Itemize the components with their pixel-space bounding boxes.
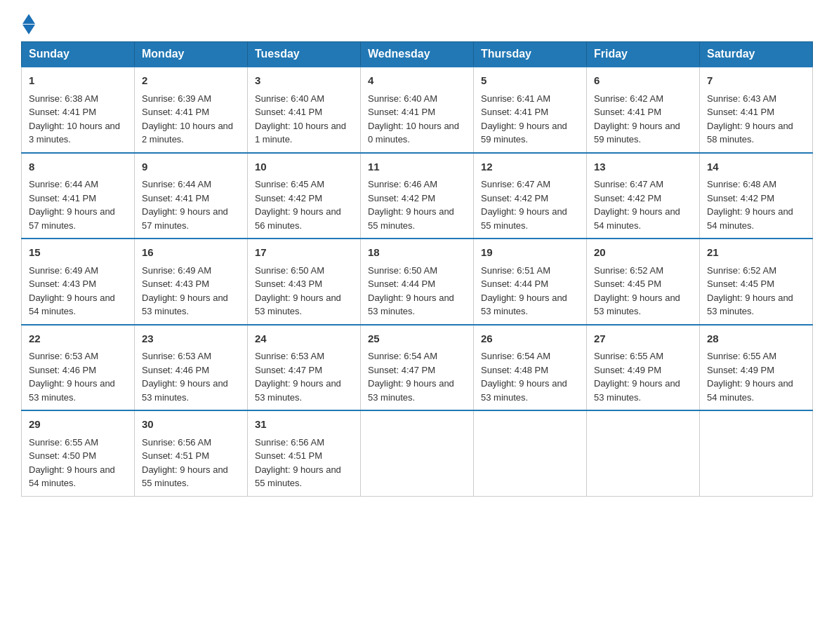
day-number: 16 xyxy=(142,245,240,261)
calendar-cell xyxy=(587,410,700,496)
day-number: 14 xyxy=(707,159,805,175)
day-info: Sunrise: 6:55 AMSunset: 4:49 PMDaylight:… xyxy=(707,349,805,404)
calendar-cell: 18Sunrise: 6:50 AMSunset: 4:44 PMDayligh… xyxy=(361,239,474,325)
header-cell-friday: Friday xyxy=(587,42,700,67)
day-info: Sunrise: 6:46 AMSunset: 4:42 PMDaylight:… xyxy=(368,177,466,232)
day-number: 27 xyxy=(594,331,692,347)
calendar-cell: 23Sunrise: 6:53 AMSunset: 4:46 PMDayligh… xyxy=(135,325,248,411)
calendar-cell: 26Sunrise: 6:54 AMSunset: 4:48 PMDayligh… xyxy=(474,325,587,411)
calendar-cell xyxy=(361,410,474,496)
calendar-cell: 4Sunrise: 6:40 AMSunset: 4:41 PMDaylight… xyxy=(361,67,474,153)
calendar-cell: 13Sunrise: 6:47 AMSunset: 4:42 PMDayligh… xyxy=(587,153,700,239)
day-number: 21 xyxy=(707,245,805,261)
header xyxy=(21,14,813,34)
day-number: 29 xyxy=(29,417,127,433)
day-number: 11 xyxy=(368,159,466,175)
day-info: Sunrise: 6:43 AMSunset: 4:41 PMDaylight:… xyxy=(707,92,805,147)
calendar-cell: 17Sunrise: 6:50 AMSunset: 4:43 PMDayligh… xyxy=(248,239,361,325)
day-info: Sunrise: 6:52 AMSunset: 4:45 PMDaylight:… xyxy=(707,264,805,318)
calendar-cell: 29Sunrise: 6:55 AMSunset: 4:50 PMDayligh… xyxy=(22,410,135,496)
day-number: 8 xyxy=(29,159,127,175)
day-info: Sunrise: 6:53 AMSunset: 4:46 PMDaylight:… xyxy=(142,349,240,404)
day-number: 20 xyxy=(594,245,692,261)
day-info: Sunrise: 6:50 AMSunset: 4:43 PMDaylight:… xyxy=(255,264,353,318)
day-info: Sunrise: 6:48 AMSunset: 4:42 PMDaylight:… xyxy=(707,177,805,232)
calendar-header: SundayMondayTuesdayWednesdayThursdayFrid… xyxy=(22,42,813,67)
calendar-cell: 27Sunrise: 6:55 AMSunset: 4:49 PMDayligh… xyxy=(587,325,700,411)
logo-triangle-down xyxy=(22,25,35,34)
logo xyxy=(21,14,35,34)
day-info: Sunrise: 6:40 AMSunset: 4:41 PMDaylight:… xyxy=(368,92,466,147)
day-number: 18 xyxy=(368,245,466,261)
calendar-cell: 5Sunrise: 6:41 AMSunset: 4:41 PMDaylight… xyxy=(474,67,587,153)
day-info: Sunrise: 6:49 AMSunset: 4:43 PMDaylight:… xyxy=(29,264,127,318)
header-cell-thursday: Thursday xyxy=(474,42,587,67)
calendar-cell: 8Sunrise: 6:44 AMSunset: 4:41 PMDaylight… xyxy=(22,153,135,239)
day-info: Sunrise: 6:47 AMSunset: 4:42 PMDaylight:… xyxy=(594,177,692,232)
day-number: 31 xyxy=(255,417,353,433)
calendar-table: SundayMondayTuesdayWednesdayThursdayFrid… xyxy=(21,41,813,497)
day-number: 22 xyxy=(29,331,127,347)
day-number: 2 xyxy=(142,73,240,89)
calendar-cell: 14Sunrise: 6:48 AMSunset: 4:42 PMDayligh… xyxy=(700,153,813,239)
calendar-cell: 15Sunrise: 6:49 AMSunset: 4:43 PMDayligh… xyxy=(22,239,135,325)
calendar-cell: 10Sunrise: 6:45 AMSunset: 4:42 PMDayligh… xyxy=(248,153,361,239)
day-number: 7 xyxy=(707,73,805,89)
week-row-1: 1Sunrise: 6:38 AMSunset: 4:41 PMDaylight… xyxy=(22,67,813,153)
day-info: Sunrise: 6:47 AMSunset: 4:42 PMDaylight:… xyxy=(481,177,579,232)
week-row-2: 8Sunrise: 6:44 AMSunset: 4:41 PMDaylight… xyxy=(22,153,813,239)
day-number: 26 xyxy=(481,331,579,347)
calendar-cell: 2Sunrise: 6:39 AMSunset: 4:41 PMDaylight… xyxy=(135,67,248,153)
calendar-cell: 9Sunrise: 6:44 AMSunset: 4:41 PMDaylight… xyxy=(135,153,248,239)
header-row: SundayMondayTuesdayWednesdayThursdayFrid… xyxy=(22,42,813,67)
calendar-cell: 16Sunrise: 6:49 AMSunset: 4:43 PMDayligh… xyxy=(135,239,248,325)
day-number: 3 xyxy=(255,73,353,89)
header-cell-tuesday: Tuesday xyxy=(248,42,361,67)
day-info: Sunrise: 6:42 AMSunset: 4:41 PMDaylight:… xyxy=(594,92,692,147)
calendar-cell: 21Sunrise: 6:52 AMSunset: 4:45 PMDayligh… xyxy=(700,239,813,325)
calendar-cell xyxy=(474,410,587,496)
day-number: 9 xyxy=(142,159,240,175)
calendar-cell: 30Sunrise: 6:56 AMSunset: 4:51 PMDayligh… xyxy=(135,410,248,496)
calendar-cell: 19Sunrise: 6:51 AMSunset: 4:44 PMDayligh… xyxy=(474,239,587,325)
day-number: 10 xyxy=(255,159,353,175)
calendar-cell: 25Sunrise: 6:54 AMSunset: 4:47 PMDayligh… xyxy=(361,325,474,411)
calendar-cell: 11Sunrise: 6:46 AMSunset: 4:42 PMDayligh… xyxy=(361,153,474,239)
day-info: Sunrise: 6:55 AMSunset: 4:50 PMDaylight:… xyxy=(29,436,127,490)
day-number: 15 xyxy=(29,245,127,261)
calendar-cell xyxy=(700,410,813,496)
day-info: Sunrise: 6:39 AMSunset: 4:41 PMDaylight:… xyxy=(142,92,240,147)
day-number: 6 xyxy=(594,73,692,89)
day-number: 13 xyxy=(594,159,692,175)
calendar-cell: 31Sunrise: 6:56 AMSunset: 4:51 PMDayligh… xyxy=(248,410,361,496)
day-number: 17 xyxy=(255,245,353,261)
header-cell-saturday: Saturday xyxy=(700,42,813,67)
header-cell-wednesday: Wednesday xyxy=(361,42,474,67)
day-number: 19 xyxy=(481,245,579,261)
day-info: Sunrise: 6:52 AMSunset: 4:45 PMDaylight:… xyxy=(594,264,692,318)
day-info: Sunrise: 6:56 AMSunset: 4:51 PMDaylight:… xyxy=(142,436,240,490)
day-info: Sunrise: 6:45 AMSunset: 4:42 PMDaylight:… xyxy=(255,177,353,232)
day-number: 12 xyxy=(481,159,579,175)
day-info: Sunrise: 6:44 AMSunset: 4:41 PMDaylight:… xyxy=(142,177,240,232)
day-number: 23 xyxy=(142,331,240,347)
day-info: Sunrise: 6:56 AMSunset: 4:51 PMDaylight:… xyxy=(255,436,353,490)
week-row-3: 15Sunrise: 6:49 AMSunset: 4:43 PMDayligh… xyxy=(22,239,813,325)
calendar-cell: 7Sunrise: 6:43 AMSunset: 4:41 PMDaylight… xyxy=(700,67,813,153)
day-info: Sunrise: 6:53 AMSunset: 4:47 PMDaylight:… xyxy=(255,349,353,404)
day-number: 30 xyxy=(142,417,240,433)
calendar-cell: 1Sunrise: 6:38 AMSunset: 4:41 PMDaylight… xyxy=(22,67,135,153)
week-row-5: 29Sunrise: 6:55 AMSunset: 4:50 PMDayligh… xyxy=(22,410,813,496)
week-row-4: 22Sunrise: 6:53 AMSunset: 4:46 PMDayligh… xyxy=(22,325,813,411)
day-info: Sunrise: 6:54 AMSunset: 4:48 PMDaylight:… xyxy=(481,349,579,404)
day-number: 28 xyxy=(707,331,805,347)
day-info: Sunrise: 6:54 AMSunset: 4:47 PMDaylight:… xyxy=(368,349,466,404)
day-info: Sunrise: 6:53 AMSunset: 4:46 PMDaylight:… xyxy=(29,349,127,404)
calendar-cell: 6Sunrise: 6:42 AMSunset: 4:41 PMDaylight… xyxy=(587,67,700,153)
calendar-cell: 20Sunrise: 6:52 AMSunset: 4:45 PMDayligh… xyxy=(587,239,700,325)
day-info: Sunrise: 6:44 AMSunset: 4:41 PMDaylight:… xyxy=(29,177,127,232)
day-info: Sunrise: 6:51 AMSunset: 4:44 PMDaylight:… xyxy=(481,264,579,318)
day-number: 25 xyxy=(368,331,466,347)
header-cell-sunday: Sunday xyxy=(22,42,135,67)
day-info: Sunrise: 6:49 AMSunset: 4:43 PMDaylight:… xyxy=(142,264,240,318)
